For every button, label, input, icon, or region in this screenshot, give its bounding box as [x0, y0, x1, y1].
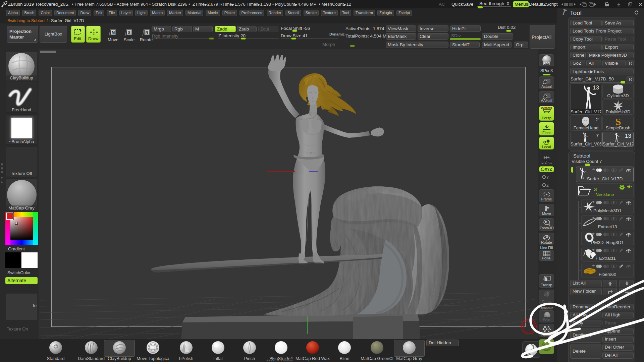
svg-text:S: S: [128, 31, 130, 35]
svg-text:M: M: [112, 31, 115, 35]
svg-text:R: R: [146, 31, 148, 35]
svg-text:Z: Z: [546, 183, 549, 187]
svg-text:Y: Y: [546, 175, 549, 179]
svg-text:XYZ: XYZ: [545, 167, 552, 171]
